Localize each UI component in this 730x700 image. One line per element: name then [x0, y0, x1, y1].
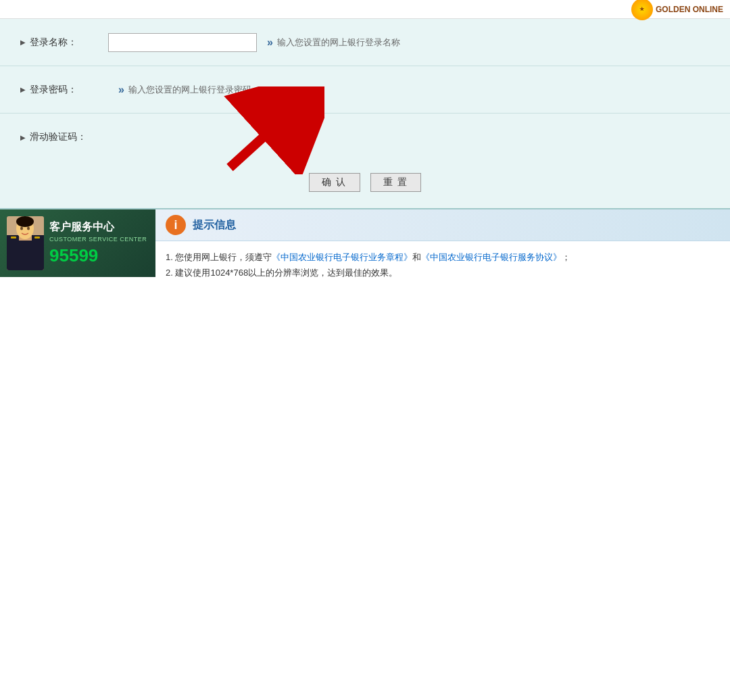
reset-button[interactable]: 重 置 — [370, 173, 422, 192]
svg-rect-9 — [34, 236, 40, 239]
cs-title-en: CUSTOMER SERVICE CENTER — [49, 236, 147, 243]
username-hint: » 输入您设置的网上银行登录名称 — [267, 36, 400, 49]
captcha-arrow-icon: ▶ — [20, 134, 26, 141]
logo-text: GOLDEN ONLINE — [656, 5, 723, 14]
svg-point-5 — [16, 216, 34, 227]
info-icon: i — [166, 215, 186, 235]
info-line1: 1. 您使用网上银行，须遵守《中国农业银行电子银行业务章程》和《中国农业银行电子… — [166, 249, 720, 265]
top-bar: ★ GOLDEN ONLINE — [0, 0, 730, 19]
info-link2[interactable]: 《中国农业银行电子银行服务协议》 — [421, 252, 562, 262]
bottom-section: 客户服务中心 CUSTOMER SERVICE CENTER 95599 i 提… — [0, 209, 730, 289]
cs-phone-number: 95599 — [49, 245, 147, 266]
info-title: 提示信息 — [193, 218, 236, 232]
username-input[interactable] — [108, 33, 257, 52]
password-hint: » 输入您设置的网上银行登录密码 — [118, 84, 251, 96]
password-hint-arrow-icon: » — [118, 84, 124, 96]
buttons-row: 确 认 重 置 — [0, 161, 730, 208]
password-label: ▶ 登录密码： — [20, 84, 108, 96]
info-line2: 2. 建议使用1024*768以上的分辨率浏览，达到最佳的效果。 — [166, 265, 720, 280]
customer-service-banner: 客户服务中心 CUSTOMER SERVICE CENTER 95599 — [0, 209, 155, 277]
cs-person-image — [7, 216, 44, 270]
info-panel: i 提示信息 1. 您使用网上银行，须遵守《中国农业银行电子银行业务章程》和《中… — [155, 209, 730, 289]
info-header: i 提示信息 — [155, 209, 730, 241]
svg-rect-8 — [11, 236, 16, 239]
cs-text-group: 客户服务中心 CUSTOMER SERVICE CENTER 95599 — [49, 220, 147, 266]
svg-point-7 — [27, 227, 30, 230]
info-content: 1. 您使用网上银行，须遵守《中国农业银行电子银行业务章程》和《中国农业银行电子… — [155, 241, 730, 289]
captcha-row: ▶ 滑动验证码： — [0, 114, 730, 161]
captcha-label: ▶ 滑动验证码： — [20, 131, 108, 143]
login-form-area: ▶ 登录名称： » 输入您设置的网上银行登录名称 ▶ 登录密码： » 输入您设置… — [0, 19, 730, 209]
password-arrow-icon: ▶ — [20, 86, 26, 93]
password-row: ▶ 登录密码： » 输入您设置的网上银行登录密码 — [0, 66, 730, 114]
svg-point-6 — [20, 227, 23, 230]
username-arrow-icon: ▶ — [20, 39, 26, 46]
info-link1[interactable]: 《中国农业银行电子银行业务章程》 — [272, 252, 412, 262]
username-label: ▶ 登录名称： — [20, 36, 108, 49]
cs-title-cn: 客户服务中心 — [49, 220, 147, 234]
golden-online-logo: ★ GOLDEN ONLINE — [631, 0, 723, 20]
logo-circle-icon: ★ — [631, 0, 653, 20]
confirm-button[interactable]: 确 认 — [309, 173, 360, 192]
username-row: ▶ 登录名称： » 输入您设置的网上银行登录名称 — [0, 19, 730, 66]
username-hint-arrow-icon: » — [267, 36, 273, 49]
